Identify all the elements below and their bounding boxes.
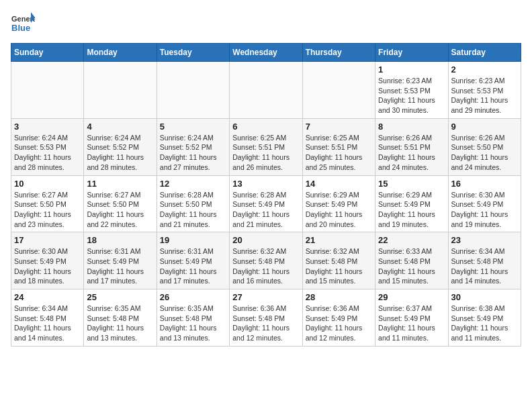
day-number: 25 (87, 292, 153, 302)
calendar-cell: 7Sunrise: 6:25 AM Sunset: 5:51 PM Daylig… (302, 118, 375, 175)
day-number: 14 (306, 179, 372, 189)
calendar-cell: 25Sunrise: 6:35 AM Sunset: 5:48 PM Dayli… (84, 289, 157, 347)
calendar-cell: 18Sunrise: 6:31 AM Sunset: 5:49 PM Dayli… (84, 232, 157, 289)
day-number: 17 (14, 235, 81, 245)
calendar-cell: 8Sunrise: 6:26 AM Sunset: 5:51 PM Daylig… (375, 118, 448, 175)
day-info: Sunrise: 6:34 AM Sunset: 5:48 PM Dayligh… (14, 304, 81, 343)
calendar-cell (302, 62, 375, 119)
day-info: Sunrise: 6:33 AM Sunset: 5:48 PM Dayligh… (378, 246, 445, 286)
calendar-cell: 5Sunrise: 6:24 AM Sunset: 5:52 PM Daylig… (157, 118, 229, 175)
calendar-cell (230, 62, 302, 119)
day-info: Sunrise: 6:35 AM Sunset: 5:48 PM Dayligh… (160, 304, 226, 343)
calendar-cell: 13Sunrise: 6:28 AM Sunset: 5:49 PM Dayli… (230, 175, 302, 232)
day-number: 3 (14, 122, 81, 132)
day-number: 23 (451, 235, 518, 245)
page-header: General Blue (11, 11, 521, 35)
day-number: 5 (160, 122, 226, 132)
dow-wednesday: Wednesday (230, 44, 302, 62)
calendar-cell: 20Sunrise: 6:32 AM Sunset: 5:48 PM Dayli… (230, 232, 302, 289)
day-number: 30 (451, 292, 518, 302)
calendar-cell: 27Sunrise: 6:36 AM Sunset: 5:48 PM Dayli… (230, 289, 302, 347)
day-info: Sunrise: 6:31 AM Sunset: 5:49 PM Dayligh… (87, 246, 153, 286)
day-number: 7 (306, 122, 372, 132)
day-number: 6 (232, 122, 299, 132)
day-info: Sunrise: 6:32 AM Sunset: 5:48 PM Dayligh… (306, 246, 372, 286)
dow-friday: Friday (375, 44, 448, 62)
day-info: Sunrise: 6:31 AM Sunset: 5:49 PM Dayligh… (160, 246, 226, 286)
day-info: Sunrise: 6:30 AM Sunset: 5:49 PM Dayligh… (451, 190, 518, 230)
day-info: Sunrise: 6:35 AM Sunset: 5:48 PM Dayligh… (87, 304, 153, 343)
day-info: Sunrise: 6:29 AM Sunset: 5:49 PM Dayligh… (378, 190, 445, 230)
day-number: 8 (378, 122, 445, 132)
calendar-cell: 23Sunrise: 6:34 AM Sunset: 5:48 PM Dayli… (448, 232, 521, 289)
day-number: 18 (87, 235, 153, 245)
day-info: Sunrise: 6:25 AM Sunset: 5:51 PM Dayligh… (232, 133, 299, 173)
calendar-cell: 3Sunrise: 6:24 AM Sunset: 5:53 PM Daylig… (11, 118, 84, 175)
day-number: 29 (378, 292, 445, 302)
day-number: 11 (87, 179, 153, 189)
calendar-cell (11, 62, 84, 119)
dow-saturday: Saturday (448, 44, 521, 62)
day-number: 24 (14, 292, 81, 302)
day-info: Sunrise: 6:38 AM Sunset: 5:49 PM Dayligh… (451, 304, 518, 343)
calendar-table: SundayMondayTuesdayWednesdayThursdayFrid… (11, 43, 521, 347)
day-info: Sunrise: 6:34 AM Sunset: 5:48 PM Dayligh… (451, 246, 518, 286)
day-number: 19 (160, 235, 226, 245)
calendar-cell: 9Sunrise: 6:26 AM Sunset: 5:50 PM Daylig… (448, 118, 521, 175)
day-info: Sunrise: 6:36 AM Sunset: 5:48 PM Dayligh… (232, 304, 299, 343)
day-number: 2 (451, 64, 518, 75)
day-info: Sunrise: 6:36 AM Sunset: 5:49 PM Dayligh… (306, 304, 372, 343)
calendar-cell: 15Sunrise: 6:29 AM Sunset: 5:49 PM Dayli… (375, 175, 448, 232)
calendar-cell: 26Sunrise: 6:35 AM Sunset: 5:48 PM Dayli… (157, 289, 229, 347)
calendar-cell: 21Sunrise: 6:32 AM Sunset: 5:48 PM Dayli… (302, 232, 375, 289)
dow-monday: Monday (84, 44, 157, 62)
day-number: 1 (378, 64, 445, 75)
day-info: Sunrise: 6:23 AM Sunset: 5:53 PM Dayligh… (378, 76, 445, 116)
day-number: 10 (14, 179, 81, 189)
dow-tuesday: Tuesday (157, 44, 229, 62)
calendar-cell: 30Sunrise: 6:38 AM Sunset: 5:49 PM Dayli… (448, 289, 521, 347)
day-info: Sunrise: 6:37 AM Sunset: 5:49 PM Dayligh… (378, 304, 445, 343)
day-info: Sunrise: 6:24 AM Sunset: 5:52 PM Dayligh… (160, 133, 226, 173)
logo-svg: General Blue (11, 11, 35, 35)
day-number: 16 (451, 179, 518, 189)
calendar-cell: 10Sunrise: 6:27 AM Sunset: 5:50 PM Dayli… (11, 175, 84, 232)
calendar-cell: 1Sunrise: 6:23 AM Sunset: 5:53 PM Daylig… (375, 62, 448, 119)
calendar-cell (157, 62, 229, 119)
day-number: 9 (451, 122, 518, 132)
day-number: 21 (306, 235, 372, 245)
day-info: Sunrise: 6:30 AM Sunset: 5:49 PM Dayligh… (14, 246, 81, 286)
calendar-cell (84, 62, 157, 119)
day-info: Sunrise: 6:28 AM Sunset: 5:49 PM Dayligh… (232, 190, 299, 230)
day-info: Sunrise: 6:27 AM Sunset: 5:50 PM Dayligh… (14, 190, 81, 230)
calendar-cell: 2Sunrise: 6:23 AM Sunset: 5:53 PM Daylig… (448, 62, 521, 119)
logo: General Blue (11, 11, 35, 35)
calendar-cell: 24Sunrise: 6:34 AM Sunset: 5:48 PM Dayli… (11, 289, 84, 347)
calendar-cell: 16Sunrise: 6:30 AM Sunset: 5:49 PM Dayli… (448, 175, 521, 232)
calendar-cell: 17Sunrise: 6:30 AM Sunset: 5:49 PM Dayli… (11, 232, 84, 289)
day-info: Sunrise: 6:28 AM Sunset: 5:50 PM Dayligh… (160, 190, 226, 230)
dow-sunday: Sunday (11, 44, 84, 62)
day-info: Sunrise: 6:26 AM Sunset: 5:51 PM Dayligh… (378, 133, 445, 173)
day-info: Sunrise: 6:23 AM Sunset: 5:53 PM Dayligh… (451, 76, 518, 116)
day-number: 20 (232, 235, 299, 245)
day-info: Sunrise: 6:24 AM Sunset: 5:52 PM Dayligh… (87, 133, 153, 173)
calendar-cell: 19Sunrise: 6:31 AM Sunset: 5:49 PM Dayli… (157, 232, 229, 289)
calendar-cell: 4Sunrise: 6:24 AM Sunset: 5:52 PM Daylig… (84, 118, 157, 175)
day-info: Sunrise: 6:24 AM Sunset: 5:53 PM Dayligh… (14, 133, 81, 173)
calendar-cell: 11Sunrise: 6:27 AM Sunset: 5:50 PM Dayli… (84, 175, 157, 232)
dow-thursday: Thursday (302, 44, 375, 62)
day-number: 12 (160, 179, 226, 189)
calendar-cell: 28Sunrise: 6:36 AM Sunset: 5:49 PM Dayli… (302, 289, 375, 347)
svg-text:Blue: Blue (11, 23, 30, 33)
day-info: Sunrise: 6:26 AM Sunset: 5:50 PM Dayligh… (451, 133, 518, 173)
day-info: Sunrise: 6:29 AM Sunset: 5:49 PM Dayligh… (306, 190, 372, 230)
day-info: Sunrise: 6:32 AM Sunset: 5:48 PM Dayligh… (232, 246, 299, 286)
calendar-cell: 12Sunrise: 6:28 AM Sunset: 5:50 PM Dayli… (157, 175, 229, 232)
day-info: Sunrise: 6:27 AM Sunset: 5:50 PM Dayligh… (87, 190, 153, 230)
calendar-cell: 14Sunrise: 6:29 AM Sunset: 5:49 PM Dayli… (302, 175, 375, 232)
calendar-cell: 6Sunrise: 6:25 AM Sunset: 5:51 PM Daylig… (230, 118, 302, 175)
day-number: 27 (232, 292, 299, 302)
day-number: 22 (378, 235, 445, 245)
day-info: Sunrise: 6:25 AM Sunset: 5:51 PM Dayligh… (306, 133, 372, 173)
